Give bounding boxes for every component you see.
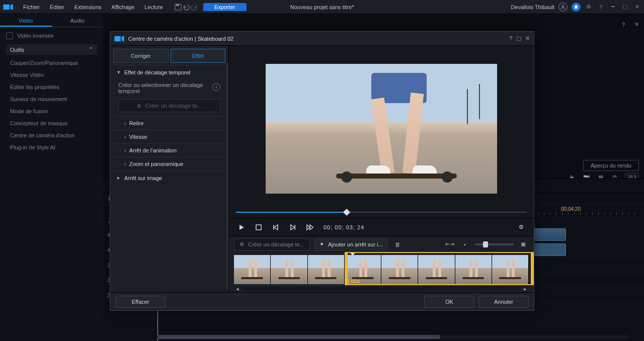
step-forward-icon[interactable] [287, 222, 298, 233]
play-icon[interactable] [236, 222, 247, 233]
tool-label: Ajouter un arrêt sur i... [328, 241, 383, 247]
zoom-out-icon[interactable]: ▪ [459, 239, 470, 250]
action-cam-modal: Centre de caméra d'action | Skateboard 0… [110, 31, 534, 311]
sub-speed[interactable]: ›Vitesse [113, 130, 225, 143]
filmstrip-thumb[interactable] [308, 255, 345, 284]
chevron-right-icon: › [124, 161, 126, 167]
delete-icon[interactable]: 🗑 [392, 239, 404, 250]
sub-label: Relire [129, 120, 144, 126]
scroll-left-icon[interactable]: ◂ [234, 286, 241, 292]
transport-controls: 00; 00; 03; 24 ⚙ [229, 218, 534, 236]
filmstrip-thumb[interactable] [234, 255, 271, 284]
modal-footer: Effacer OK Annuler [110, 292, 534, 310]
transport-settings-icon[interactable]: ⚙ [516, 222, 527, 233]
tab-effect[interactable]: Effet [171, 49, 226, 63]
freeze-target-icon: ✦ [319, 241, 324, 247]
filmstrip-thumb[interactable] [418, 255, 455, 284]
timecode: 00; 00; 03; 24 [324, 224, 364, 230]
chevron-right-icon: › [124, 134, 126, 140]
svg-rect-5 [256, 225, 261, 230]
fast-forward-icon[interactable] [304, 222, 315, 233]
sub-label: Arrêt de l'animation [129, 147, 177, 153]
filmstrip-scrollbar[interactable]: ◂ ▸ [229, 285, 534, 292]
scrub-bar[interactable] [229, 207, 534, 218]
ok-button[interactable]: OK [424, 296, 474, 308]
modal-title: Centre de caméra d'action | Skateboard 0… [128, 36, 233, 42]
zoom-slider-handle[interactable] [483, 241, 488, 247]
tool-add-freeze[interactable]: ✦ Ajouter un arrêt sur i... [314, 238, 388, 250]
section-timeshift[interactable]: ▾Effet de décalage temporel [113, 65, 225, 79]
tab-fix[interactable]: Corriger [113, 49, 169, 63]
filmstrip-thumb[interactable] [381, 255, 418, 284]
plus-icon: ⊕ [239, 241, 244, 247]
filmstrip[interactable]: 1.00X [229, 252, 534, 285]
modal-maximize-icon[interactable]: ▢ [516, 35, 521, 42]
plus-icon: ⊕ [137, 103, 141, 109]
triangle-down-icon: ▾ [116, 69, 121, 75]
tool-label: Créer un décalage te... [248, 241, 304, 247]
modal-backdrop: Centre de caméra d'action | Skateboard 0… [0, 0, 644, 341]
clear-button[interactable]: Effacer [115, 296, 166, 308]
filmstrip-thumb[interactable] [455, 255, 492, 284]
chevron-right-icon: › [124, 147, 126, 153]
scrub-handle[interactable] [343, 209, 350, 216]
modal-logo-icon [114, 35, 125, 43]
sub-stop-motion[interactable]: ›Arrêt de l'animation [113, 143, 225, 157]
sub-replay[interactable]: ›Relire [113, 116, 225, 130]
modal-help-icon[interactable]: ? [509, 35, 512, 42]
modal-titlebar[interactable]: Centre de caméra d'action | Skateboard 0… [110, 32, 534, 46]
section-label: Arrêt sur image [124, 175, 162, 181]
stop-icon[interactable] [253, 222, 264, 233]
sub-label: Vitesse [129, 134, 147, 140]
timeshift-description: Créer ou sélectionner un décalage tempor… [113, 79, 225, 97]
create-timeshift-label: Créer un décalage te... [145, 103, 202, 109]
left-panel-scrollbar[interactable] [226, 63, 228, 289]
modal-toolbar: ⊕ Créer un décalage te... ✦ Ajouter un a… [229, 236, 534, 252]
triangle-right-icon: ▸ [116, 175, 121, 181]
tool-create-timeshift[interactable]: ⊕ Créer un décalage te... [234, 238, 310, 250]
sub-label: Zoom et panoramique [129, 161, 184, 167]
mark-in-out-icon[interactable]: ⇤⇥ [444, 239, 455, 250]
filmstrip-thumb[interactable] [271, 255, 307, 284]
chevron-right-icon: › [124, 120, 126, 126]
modal-close-icon[interactable]: ✕ [525, 35, 530, 42]
preview-area [229, 46, 534, 207]
svg-rect-4 [115, 36, 121, 41]
modal-right-panel: 00; 00; 03; 24 ⚙ ⊕ Créer un décalage te.… [229, 46, 534, 292]
zoom-slider[interactable] [474, 243, 514, 245]
zoom-fit-icon[interactable]: ▣ [518, 239, 529, 250]
info-icon[interactable]: i [212, 83, 220, 91]
filmstrip-thumb[interactable] [492, 255, 529, 284]
step-back-icon[interactable] [270, 222, 281, 233]
svg-rect-6 [273, 225, 274, 230]
section-label: Effet de décalage temporel [124, 69, 190, 75]
selection-handle-right[interactable] [531, 252, 534, 285]
cancel-button[interactable]: Annuler [478, 296, 529, 308]
scroll-right-icon[interactable]: ▸ [522, 286, 529, 292]
description-text: Créer ou sélectionner un décalage tempor… [118, 82, 208, 94]
sub-zoom-pan[interactable]: ›Zoom et panoramique [113, 157, 225, 170]
preview-frame[interactable] [266, 64, 497, 194]
selection-speed-label: 1.00X [347, 279, 360, 284]
svg-rect-7 [295, 225, 296, 230]
modal-left-panel: Corriger Effet ▾Effet de décalage tempor… [110, 46, 229, 292]
section-freeze-frame[interactable]: ▸Arrêt sur image [113, 171, 225, 185]
create-timeshift-button[interactable]: ⊕ Créer un décalage te... [118, 99, 220, 112]
